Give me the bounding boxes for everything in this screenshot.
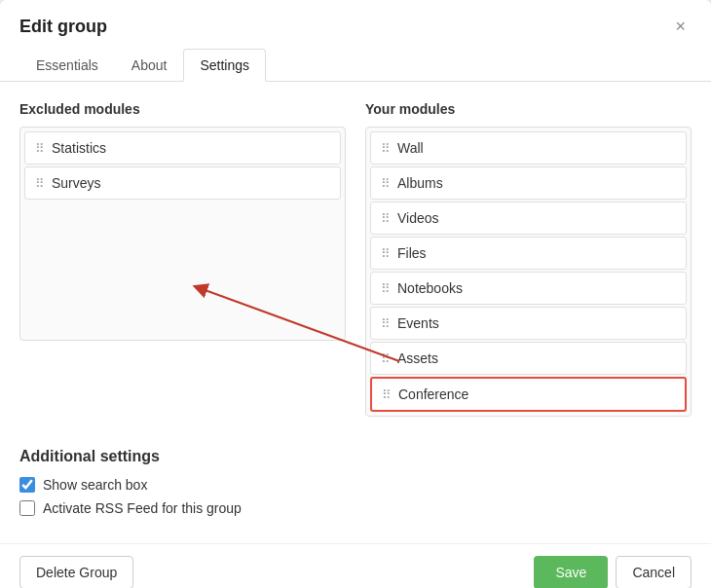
cancel-button[interactable]: Cancel	[616, 556, 692, 588]
drag-icon: ⠿	[381, 141, 390, 156]
drag-icon: ⠿	[381, 351, 390, 366]
list-item[interactable]: ⠿ Videos	[370, 202, 687, 235]
save-button[interactable]: Save	[534, 556, 608, 588]
tab-about[interactable]: About	[115, 49, 184, 82]
excluded-modules-list: ⠿ Statistics ⠿ Surveys	[19, 127, 346, 341]
your-modules-col: Your modules ⠿ Wall ⠿ Albums ⠿ Videos	[365, 101, 692, 417]
drag-icon: ⠿	[382, 387, 391, 402]
drag-icon: ⠿	[381, 281, 390, 296]
module-label: Videos	[397, 210, 439, 226]
tab-bar: Essentials About Settings	[0, 37, 711, 82]
drag-icon: ⠿	[381, 211, 390, 226]
list-item[interactable]: ⠿ Surveys	[24, 166, 341, 200]
dialog-body: Excluded modules ⠿ Statistics ⠿ Surveys …	[0, 82, 711, 543]
list-item[interactable]: ⠿ Albums	[370, 166, 687, 200]
list-item[interactable]: ⠿ Wall	[370, 131, 687, 165]
additional-settings: Additional settings Show search box Acti…	[19, 448, 692, 524]
module-label: Notebooks	[397, 280, 463, 296]
module-label: Files	[397, 245, 427, 261]
excluded-modules-col: Excluded modules ⠿ Statistics ⠿ Surveys	[19, 101, 346, 417]
footer-right-buttons: Save Cancel	[534, 556, 692, 588]
list-item[interactable]: ⠿ Files	[370, 237, 687, 270]
list-item[interactable]: ⠿ Notebooks	[370, 272, 687, 305]
module-label: Statistics	[52, 140, 106, 156]
additional-settings-title: Additional settings	[19, 448, 692, 465]
dialog-title: Edit group	[19, 17, 107, 37]
activate-rss-label[interactable]: Activate RSS Feed for this group	[43, 500, 242, 516]
module-label: Wall	[397, 140, 424, 156]
delete-group-button[interactable]: Delete Group	[19, 556, 133, 588]
show-search-box-row: Show search box	[19, 477, 692, 493]
tab-settings[interactable]: Settings	[183, 49, 266, 82]
dialog-footer: Delete Group Save Cancel	[0, 543, 711, 588]
module-label: Surveys	[52, 175, 101, 191]
modules-section: Excluded modules ⠿ Statistics ⠿ Surveys …	[19, 101, 692, 417]
your-modules-title: Your modules	[365, 101, 692, 117]
list-item-conference[interactable]: ⠿ Conference	[370, 377, 687, 412]
your-modules-list: ⠿ Wall ⠿ Albums ⠿ Videos ⠿ Files	[365, 127, 692, 417]
drag-icon: ⠿	[381, 316, 390, 331]
list-item[interactable]: ⠿ Events	[370, 307, 687, 340]
drag-icon: ⠿	[35, 176, 44, 191]
module-label: Assets	[397, 350, 438, 366]
drag-icon: ⠿	[381, 246, 390, 261]
show-search-box-checkbox[interactable]	[19, 477, 35, 493]
module-label: Conference	[398, 386, 468, 402]
activate-rss-row: Activate RSS Feed for this group	[19, 500, 692, 516]
list-item[interactable]: ⠿ Assets	[370, 342, 687, 375]
activate-rss-checkbox[interactable]	[19, 500, 35, 516]
module-label: Albums	[397, 175, 443, 191]
list-item[interactable]: ⠿ Statistics	[24, 131, 341, 165]
excluded-modules-title: Excluded modules	[19, 101, 346, 117]
dialog-header: Edit group ×	[0, 0, 711, 37]
edit-group-dialog: Edit group × Essentials About Settings E…	[0, 0, 711, 588]
drag-icon: ⠿	[35, 141, 44, 156]
show-search-box-label[interactable]: Show search box	[43, 477, 147, 493]
module-label: Events	[397, 315, 439, 331]
close-button[interactable]: ×	[669, 16, 692, 37]
tab-essentials[interactable]: Essentials	[19, 49, 115, 82]
drag-icon: ⠿	[381, 176, 390, 191]
